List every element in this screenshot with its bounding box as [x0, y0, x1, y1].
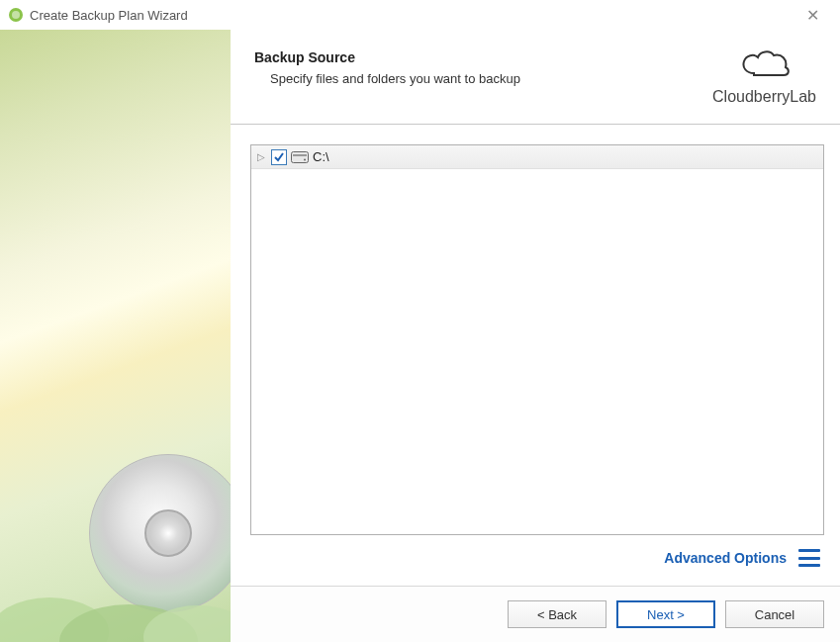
next-button[interactable]: Next > [616, 600, 715, 628]
menu-icon[interactable] [798, 549, 820, 567]
svg-rect-5 [292, 151, 309, 162]
back-button[interactable]: < Back [508, 600, 607, 628]
brand: CloudberryLab [712, 46, 816, 106]
cloud-logo-icon [736, 46, 793, 83]
window-title: Create Backup Plan Wizard [30, 8, 793, 23]
tree-row[interactable]: ▷ C:\ [251, 145, 823, 169]
svg-point-7 [304, 158, 306, 160]
wizard-footer: < Back Next > Cancel [231, 586, 840, 642]
cloud-graphic [0, 523, 231, 642]
checkbox[interactable] [271, 149, 287, 165]
expand-icon[interactable]: ▷ [257, 151, 267, 162]
page-title: Backup Source [254, 49, 712, 65]
svg-rect-6 [293, 154, 307, 156]
cancel-button[interactable]: Cancel [725, 600, 824, 628]
app-icon [8, 7, 24, 23]
source-tree[interactable]: ▷ C:\ [250, 144, 824, 535]
page-subtitle: Specify files and folders you want to ba… [270, 71, 712, 86]
advanced-options-link[interactable]: Advanced Options [664, 550, 787, 566]
wizard-sidebar [0, 30, 231, 642]
wizard-header: Backup Source Specify files and folders … [231, 30, 840, 125]
titlebar: Create Backup Plan Wizard ✕ [0, 0, 840, 30]
drive-icon [291, 151, 309, 163]
svg-point-1 [12, 11, 20, 19]
brand-label: CloudberryLab [712, 88, 816, 106]
tree-item-label: C:\ [313, 149, 329, 164]
close-icon[interactable]: ✕ [793, 6, 832, 25]
